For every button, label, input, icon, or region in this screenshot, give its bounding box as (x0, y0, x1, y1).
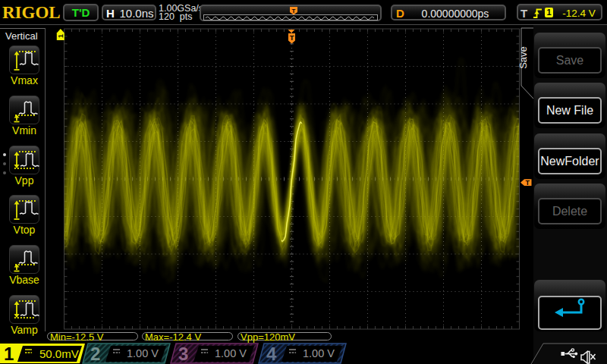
svg-text:1.00 V: 1.00 V (127, 347, 159, 359)
svg-text:3: 3 (178, 344, 188, 364)
svg-text:2: 2 (90, 344, 100, 364)
svg-text:T: T (526, 179, 530, 187)
svg-text:1: 1 (4, 344, 14, 364)
svg-text:T: T (292, 8, 296, 14)
svg-text:50.0mV: 50.0mV (39, 347, 79, 360)
svg-text:1: 1 (57, 34, 64, 38)
svg-text:1.00 V: 1.00 V (215, 347, 247, 359)
svg-text:Save: Save (518, 46, 529, 69)
svg-text:4: 4 (266, 344, 277, 364)
svg-text:1.00 V: 1.00 V (303, 347, 335, 359)
svg-text:T: T (290, 33, 294, 42)
